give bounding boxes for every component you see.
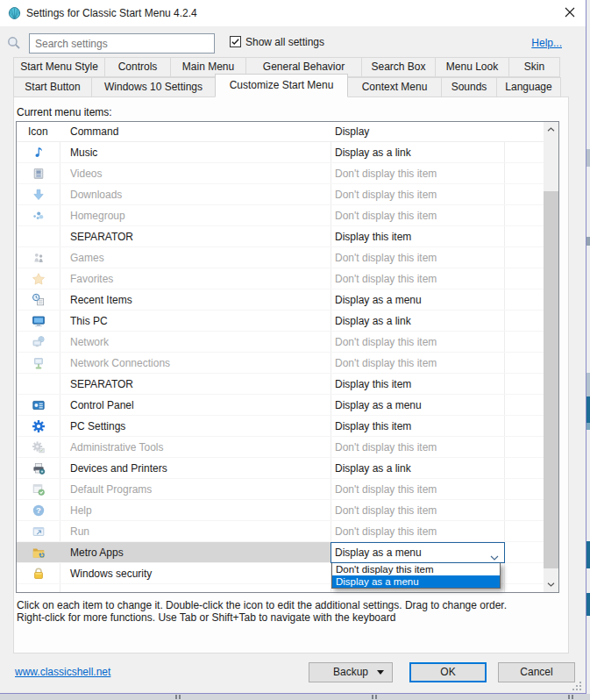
icon-cell (17, 479, 60, 499)
command-cell: Control Panel (60, 395, 331, 415)
games-icon[interactable] (32, 251, 46, 265)
vertical-scrollbar[interactable] (544, 122, 558, 592)
command-cell: PC Settings (60, 416, 331, 436)
menu-item-row[interactable]: NetworkDon't display this item (17, 332, 544, 353)
menu-item-row[interactable]: DownloadsDon't display this item (17, 184, 544, 205)
background-bottom-strip (0, 694, 590, 700)
menu-item-row[interactable]: Metro AppsDisplay as a menu (17, 542, 544, 563)
menu-item-row[interactable]: MusicDisplay as a link (17, 142, 544, 163)
pc-settings-icon[interactable] (32, 419, 46, 433)
metro-apps-icon[interactable] (32, 546, 46, 560)
this-pc-icon[interactable] (32, 314, 46, 328)
spare-cell (504, 374, 544, 394)
menu-item-row[interactable]: Network ConnectionsDon't display this it… (17, 353, 544, 374)
display-cell: Don't display this item (331, 332, 504, 352)
scrollbar-thumb[interactable] (544, 191, 558, 568)
command-cell: SEPARATOR (60, 226, 331, 246)
display-cell: Don't display this item (331, 184, 504, 204)
display-combobox[interactable]: Display as a menu (331, 542, 505, 563)
menu-item-row[interactable]: ?HelpDon't display this item (17, 500, 544, 521)
default-programs-icon[interactable] (32, 482, 46, 496)
recent-items-icon[interactable] (32, 293, 46, 307)
menu-item-row[interactable]: Recent ItemsDisplay as a menu (17, 289, 544, 311)
display-cell: Don't display this item (331, 521, 504, 541)
devices-and-printers-icon[interactable] (32, 461, 46, 475)
administrative-tools-icon[interactable] (32, 440, 46, 454)
icon-cell (17, 458, 60, 478)
command-cell: Devices and Printers (60, 458, 331, 478)
videos-icon[interactable] (32, 167, 46, 181)
tab-start-menu-style[interactable]: Start Menu Style (13, 57, 105, 77)
screen: Settings for Classic Start Menu 4.2.4 Sh… (0, 0, 590, 700)
backup-button[interactable]: Backup (309, 662, 393, 682)
spare-cell (504, 542, 544, 562)
spare-cell (504, 289, 544, 310)
tab-skin[interactable]: Skin (508, 57, 560, 77)
menu-item-row[interactable]: This PCDisplay as a link (17, 311, 544, 332)
control-panel-icon[interactable] (32, 398, 46, 412)
icon-cell (17, 353, 60, 373)
icon-cell (17, 521, 60, 541)
instructions-text: Click on each item to change it. Double-… (17, 599, 507, 624)
dropdown-option[interactable]: Display as a menu (332, 575, 500, 588)
tab-language[interactable]: Language (496, 77, 561, 97)
icon-cell (17, 332, 60, 352)
music-icon[interactable] (32, 146, 46, 160)
search-input[interactable] (29, 33, 215, 54)
menu-item-row[interactable]: RunDon't display this item (17, 521, 544, 542)
dropdown-option[interactable]: Don't display this item (332, 563, 500, 575)
ok-button[interactable]: OK (409, 662, 487, 682)
tab-start-button[interactable]: Start Button (13, 77, 92, 97)
tab-customize-start-menu[interactable]: Customize Start Menu (215, 74, 348, 97)
show-all-settings-checkbox[interactable] (230, 36, 241, 47)
settings-window: Settings for Classic Start Menu 4.2.4 Sh… (0, 0, 586, 694)
menu-item-row[interactable]: Devices and PrintersDisplay as a link (17, 458, 544, 479)
icon-cell (17, 542, 60, 562)
cancel-button[interactable]: Cancel (498, 662, 575, 682)
scroll-down-icon[interactable] (544, 577, 558, 592)
column-header-icon: Icon (17, 125, 60, 138)
tab-context-menu[interactable]: Context Menu (347, 77, 442, 97)
command-cell: Help (60, 500, 331, 520)
menu-item-row[interactable]: HomegroupDon't display this item (17, 205, 544, 226)
menu-item-row[interactable]: GamesDon't display this item (17, 247, 544, 268)
tab-controls[interactable]: Controls (104, 57, 171, 77)
backup-button-label: Backup (333, 666, 368, 678)
downloads-icon[interactable] (32, 188, 46, 202)
network-icon[interactable] (32, 335, 46, 349)
network-connections-icon[interactable] (32, 356, 46, 370)
display-cell: Display as a link (331, 142, 504, 162)
menu-item-row[interactable]: SEPARATORDisplay this item (17, 226, 544, 247)
close-icon[interactable] (562, 4, 578, 20)
resize-grip[interactable] (571, 679, 582, 690)
menu-items-table: Icon Command Display MusicDisplay as a l… (16, 121, 559, 593)
command-cell: Run (60, 521, 331, 541)
help-link[interactable]: Help... (531, 37, 562, 49)
tab-menu-look[interactable]: Menu Look (435, 57, 509, 77)
menu-item-row[interactable]: VideosDon't display this item (17, 163, 544, 184)
background-tick (175, 695, 177, 699)
table-header: Icon Command Display (17, 122, 544, 142)
windows-security-icon[interactable] (32, 567, 46, 581)
tab-search-box[interactable]: Search Box (361, 57, 436, 77)
menu-item-row[interactable]: FavoritesDon't display this item (17, 268, 544, 289)
tab-windows-10-settings[interactable]: Windows 10 Settings (91, 77, 216, 97)
favorites-icon[interactable] (32, 272, 46, 286)
spare-cell (504, 205, 544, 225)
menu-item-row[interactable]: Control PanelDisplay as a menu (17, 395, 544, 416)
menu-item-row[interactable]: Administrative ToolsDon't display this i… (17, 437, 544, 458)
tab-sounds[interactable]: Sounds (441, 77, 497, 97)
spare-cell (504, 416, 544, 436)
run-icon[interactable] (32, 525, 46, 539)
help-icon[interactable]: ? (32, 504, 46, 518)
chevron-down-icon (490, 551, 499, 556)
command-cell: Recent Items (60, 289, 331, 310)
website-link[interactable]: www.classicshell.net (15, 666, 110, 678)
menu-item-row[interactable]: Default ProgramsDon't display this item (17, 479, 544, 500)
homegroup-icon[interactable] (32, 209, 46, 223)
menu-item-row[interactable]: PC SettingsDisplay this item (17, 416, 544, 437)
customize-start-menu-page: Current menu items: Icon Command Display… (13, 96, 569, 654)
scroll-up-icon[interactable] (544, 122, 558, 137)
menu-item-row[interactable]: SEPARATORDisplay this item (17, 374, 544, 395)
icon-cell (17, 163, 60, 183)
